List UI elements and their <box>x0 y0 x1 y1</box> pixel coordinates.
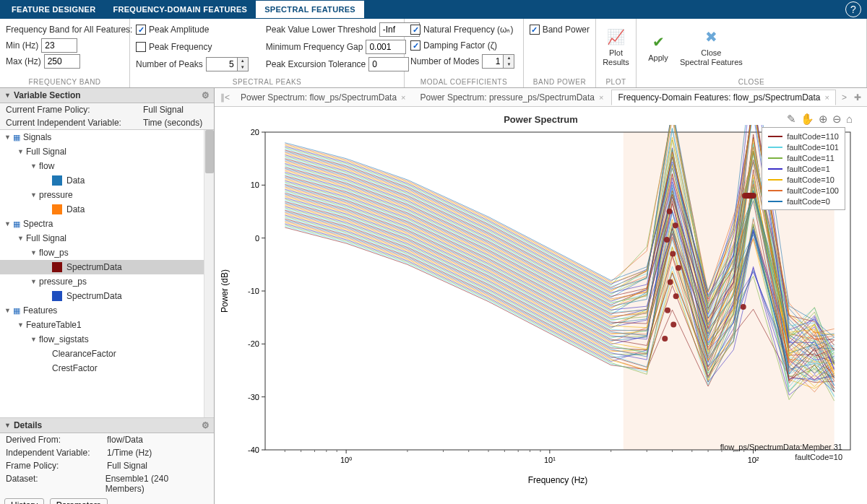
tab-nav-next[interactable]: > <box>839 92 850 103</box>
legend-item[interactable]: faultCode=11 <box>768 152 839 163</box>
num-peaks-up[interactable]: ▲ <box>238 58 248 64</box>
svg-point-65 <box>745 193 751 199</box>
peak-frequency-checkbox[interactable] <box>136 42 146 52</box>
natural-freq-checkbox[interactable] <box>410 25 420 35</box>
check-icon: ✔ <box>648 32 668 52</box>
svg-point-48 <box>670 321 676 327</box>
tree-node[interactable]: ▼pressure_ps <box>0 274 214 289</box>
pan-icon[interactable]: ✋ <box>801 113 814 126</box>
close-tab-icon[interactable]: × <box>825 93 829 102</box>
tree-node[interactable]: SpectrumData <box>0 289 214 303</box>
svg-point-54 <box>668 279 673 285</box>
details-header[interactable]: ▼ Details ⚙ <box>0 418 214 433</box>
num-modes-input[interactable] <box>482 54 504 69</box>
help-icon[interactable]: ? <box>845 1 861 17</box>
tree-node[interactable]: ▼▦Features <box>0 303 214 318</box>
svg-text:-10: -10 <box>248 287 259 295</box>
freqband-heading: Frequency Band for All Features: <box>6 25 132 35</box>
legend-item[interactable]: faultCode=100 <box>768 185 839 196</box>
close-icon: ✖ <box>701 27 721 47</box>
close-spectral-button[interactable]: ✖ Close Spectral Features <box>674 22 749 72</box>
close-tab-icon[interactable]: × <box>401 93 405 102</box>
svg-text:10⁰: 10⁰ <box>340 456 353 464</box>
svg-point-47 <box>741 304 746 310</box>
plot-results-button[interactable]: 📈 Plot Results <box>597 22 635 72</box>
svg-point-50 <box>665 308 670 313</box>
peak-amplitude-checkbox[interactable] <box>136 25 146 35</box>
subtab-flow-spectrum[interactable]: Power Spectrum: flow_ps/SpectrumData× <box>234 90 413 105</box>
min-hz-input[interactable] <box>41 38 77 53</box>
peak-thr-label: Peak Value Lower Threshold <box>266 25 376 35</box>
min-hz-label: Min (Hz) <box>6 40 38 51</box>
tab-nav-prev[interactable]: ∥< <box>217 92 233 103</box>
num-peaks-label: Number of Peaks <box>136 59 203 69</box>
tree-node[interactable]: ▼pressure <box>0 188 214 202</box>
collapse-icon: ▼ <box>4 422 11 429</box>
tree-node[interactable]: Data <box>0 173 214 188</box>
tree-node[interactable]: Data <box>0 202 214 217</box>
tree-node[interactable]: ▼▦Signals <box>0 130 214 144</box>
subtab-pressure-spectrum[interactable]: Power Spectrum: pressure_ps/SpectrumData… <box>414 90 611 105</box>
variable-tree[interactable]: ▼▦Signals▼Full Signal▼flowData▼pressureD… <box>0 129 214 417</box>
tree-node[interactable]: ▼FeatureTable1 <box>0 318 214 332</box>
group-band-power: BAND POWER <box>530 77 590 86</box>
tab-freq-domain-features[interactable]: FREQUENCY-DOMAIN FEATURES <box>104 1 256 18</box>
tree-node[interactable]: ▼Full Signal <box>0 144 214 159</box>
frame-policy-label: Current Frame Policy: <box>6 105 143 115</box>
num-modes-down[interactable]: ▼ <box>504 61 514 68</box>
peak-exc-label: Peak Excursion Tolerance <box>266 59 366 69</box>
tree-node[interactable]: ▼flow <box>0 159 214 173</box>
legend-item[interactable]: faultCode=101 <box>768 142 839 152</box>
home-icon[interactable]: ⌂ <box>846 113 853 126</box>
min-gap-input[interactable] <box>366 40 406 54</box>
tree-node[interactable]: ▼flow_sigstats <box>0 332 214 347</box>
close-tab-icon[interactable]: × <box>599 93 603 102</box>
iv-value: Time (seconds) <box>143 118 202 128</box>
damping-label: Damping Factor (ζ) <box>423 40 497 51</box>
plot-legend: faultCode=110faultCode=101faultCode=11fa… <box>762 127 845 210</box>
subtab-freqdomain-features[interactable]: Frequency-Domain Features: flow_ps/Spect… <box>611 90 836 105</box>
zoom-out-icon[interactable]: ⊖ <box>832 113 842 126</box>
scroll-thumb[interactable] <box>205 130 214 173</box>
tab-feature-designer[interactable]: FEATURE DESIGNER <box>3 1 104 18</box>
num-peaks-down[interactable]: ▼ <box>238 64 248 71</box>
svg-text:10: 10 <box>251 181 259 189</box>
parameters-button[interactable]: Parameters <box>50 498 108 504</box>
gear-icon[interactable]: ⚙ <box>202 420 210 430</box>
num-modes-up[interactable]: ▲ <box>504 55 514 61</box>
brush-icon[interactable]: ✎ <box>787 113 796 126</box>
tree-node[interactable]: ▼flow_ps <box>0 246 214 260</box>
tree-node[interactable]: ▼▦Spectra <box>0 217 214 231</box>
peak-exc-input[interactable] <box>368 57 409 71</box>
legend-item[interactable]: faultCode=1 <box>768 163 839 174</box>
legend-item[interactable]: faultCode=110 <box>768 131 839 142</box>
max-hz-input[interactable] <box>44 54 80 69</box>
variable-section-header[interactable]: ▼ Variable Section ⚙ <box>0 88 214 103</box>
tab-spectral-features[interactable]: SPECTRAL FEATURES <box>256 1 364 18</box>
svg-point-58 <box>670 251 676 257</box>
tree-node[interactable]: CrestFactor <box>0 361 214 375</box>
frame-policy-value: Full Signal <box>143 105 184 115</box>
apply-button[interactable]: ✔ Apply <box>642 22 674 72</box>
zoom-in-icon[interactable]: ⊕ <box>819 113 828 126</box>
svg-text:20: 20 <box>251 128 259 136</box>
legend-item[interactable]: faultCode=0 <box>768 196 839 207</box>
legend-item[interactable]: faultCode=10 <box>768 174 839 185</box>
tab-add[interactable]: ✚ <box>851 92 864 103</box>
tree-node[interactable]: SpectrumData <box>0 260 214 274</box>
scrollbar[interactable] <box>204 130 214 417</box>
damping-checkbox[interactable] <box>410 40 420 51</box>
tree-node[interactable]: ▼Full Signal <box>0 231 214 246</box>
gear-icon[interactable]: ⚙ <box>202 90 210 100</box>
iv-label: Current Independent Variable: <box>6 118 143 128</box>
tree-node[interactable]: ClearanceFactor <box>0 347 214 361</box>
num-peaks-input[interactable] <box>206 57 238 71</box>
svg-point-56 <box>676 265 681 271</box>
svg-point-52 <box>673 293 679 299</box>
history-button[interactable]: History <box>4 498 44 504</box>
svg-text:-30: -30 <box>248 393 259 401</box>
group-frequency-band: FREQUENCY BAND <box>6 77 124 86</box>
band-power-checkbox[interactable] <box>530 25 540 35</box>
svg-text:10¹: 10¹ <box>544 456 556 464</box>
svg-point-60 <box>664 237 670 243</box>
